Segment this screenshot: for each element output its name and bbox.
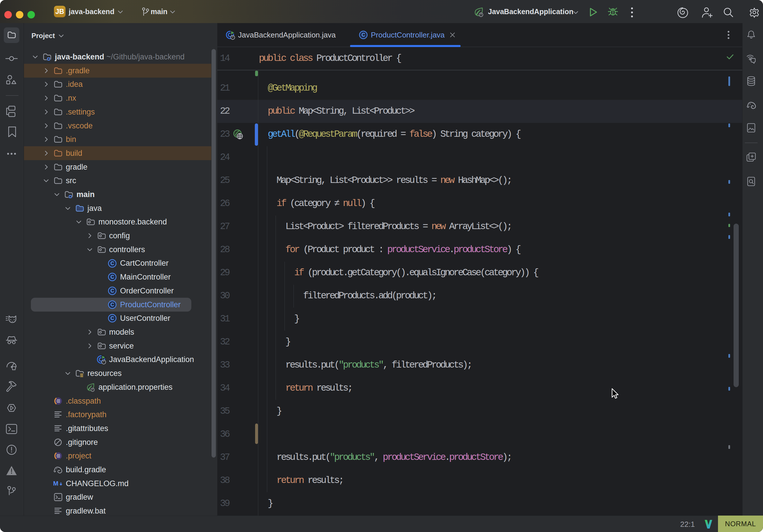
svg-text:C: C [111,288,114,294]
svg-text:C: C [111,261,114,266]
svg-text:C: C [111,315,114,321]
svg-text:C: C [111,302,114,308]
svg-text:C: C [362,32,365,38]
svg-text:M: M [53,480,58,487]
svg-text:C: C [111,274,114,280]
